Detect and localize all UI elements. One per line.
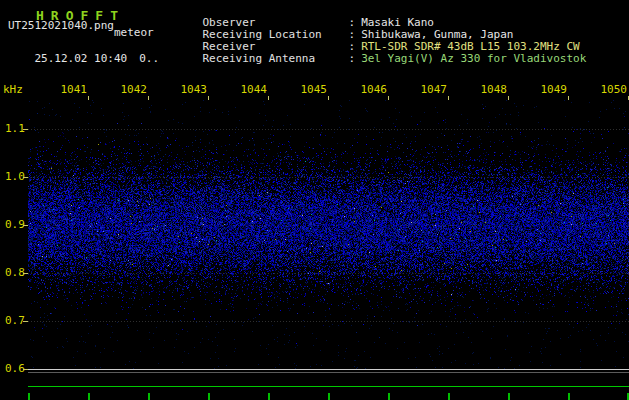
- strip-separator-line-dim: [28, 372, 629, 373]
- spectrogram-canvas: [28, 100, 629, 370]
- x-tick-label: 1044: [231, 84, 267, 96]
- datetime-label: 25.12.02 10:40: [35, 52, 128, 65]
- bottom-minute-tick: [268, 393, 270, 400]
- x-tick-label: 1050: [591, 84, 627, 96]
- x-tick-label: 1046: [351, 84, 387, 96]
- x-tick-label: 1042: [111, 84, 147, 96]
- datetime-row: 25.12.02 10:400..: [8, 41, 159, 77]
- hrofft-window: HROFFT UT2512021040.png meteor 25.12.02 …: [0, 0, 629, 400]
- x-tick-label: 1047: [411, 84, 447, 96]
- info-row-receiver: Receiver:RTL-SDR SDR# 43dB L15 103.2MHz …: [176, 29, 580, 41]
- noise-level-trace: [28, 386, 629, 387]
- y-axis-unit: kHz: [3, 84, 23, 96]
- info-label: Receiving Antenna: [203, 53, 349, 65]
- echo-counter: 0..: [139, 52, 159, 65]
- bottom-minute-tick: [328, 393, 330, 400]
- info-colon: :: [349, 52, 356, 65]
- info-row-location: Receiving Location:Shibukawa, Gunma, Jap…: [176, 17, 513, 29]
- bottom-minute-tick: [88, 393, 90, 400]
- bottom-minute-tick: [508, 393, 510, 400]
- output-file-name: UT2512021040.png: [8, 20, 114, 32]
- bottom-minute-tick: [448, 393, 450, 400]
- bottom-minute-tick: [568, 393, 570, 400]
- x-tick-label: 1043: [171, 84, 207, 96]
- bottom-minute-tick: [208, 393, 210, 400]
- info-row-antenna: Receiving Antenna:3el Yagi(V) Az 330 for…: [176, 41, 586, 53]
- x-tick-label: 1048: [471, 84, 507, 96]
- info-value: 3el Yagi(V) Az 330 for Vladivostok: [361, 52, 586, 65]
- bottom-minute-tick: [388, 393, 390, 400]
- info-row-observer: Observer:Masaki Kano: [176, 5, 434, 17]
- x-tick-label: 1045: [291, 84, 327, 96]
- bottom-minute-tick: [28, 393, 30, 400]
- x-tick-label: 1049: [531, 84, 567, 96]
- bottom-minute-tick: [148, 393, 150, 400]
- strip-separator-line: [28, 369, 629, 370]
- x-tick-label: 1041: [51, 84, 87, 96]
- observation-name: meteor: [114, 27, 154, 39]
